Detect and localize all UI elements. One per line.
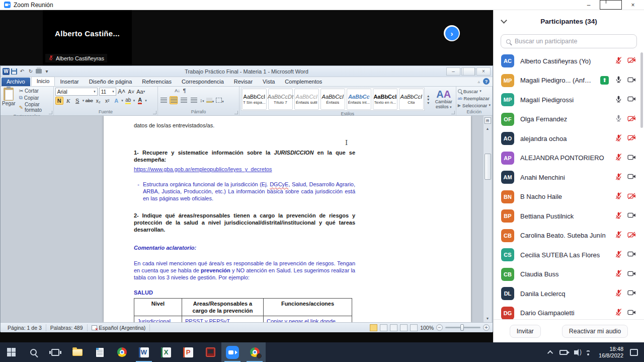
strikethrough-button[interactable]: abe: [85, 97, 93, 105]
paste-button[interactable]: Pegar: [2, 88, 16, 113]
doc-hyperlink[interactable]: https://www.gba.gob.ar/empleopublico/ley…: [134, 166, 355, 173]
invite-button[interactable]: Invitar: [510, 325, 541, 338]
tab-archivo[interactable]: Archivo: [2, 78, 30, 86]
participant-row-anahi-menchini[interactable]: AMAnahi Menchini: [494, 168, 644, 187]
font-color-button[interactable]: A: [136, 97, 144, 105]
ruler-toggle-icon[interactable]: ▤: [485, 117, 491, 124]
word-icon[interactable]: W: [133, 342, 155, 362]
style-chip-enfasis-int[interactable]: AaBbCcÉnfasis int...: [347, 89, 371, 110]
participant-row-alberto-castineyras-yo[interactable]: ACAlberto Castiñeyras (Yo): [494, 51, 644, 71]
web-layout-view-button[interactable]: [390, 324, 397, 331]
draft-view-button[interactable]: [410, 324, 418, 331]
line-spacing-button[interactable]: ↕▾: [200, 98, 204, 103]
pilcrow-button[interactable]: ¶: [183, 88, 186, 94]
participant-row-b-nacho-haile[interactable]: BNB Nacho Haile: [494, 187, 644, 207]
participants-scrollbar[interactable]: [640, 52, 643, 128]
participant-row-bettiana-pustilnick[interactable]: BPBettiana Pustilnick: [494, 206, 644, 226]
participant-row-dario-giampaoletti[interactable]: DGDario Giampaoletti: [494, 304, 644, 320]
style-chip-texto-en-n[interactable]: AaBbCcITexto en n...: [373, 89, 397, 110]
align-right-button[interactable]: [180, 96, 188, 104]
shading-button[interactable]: ▾: [206, 96, 214, 105]
align-left-button[interactable]: [159, 96, 168, 104]
scrollbar-thumb[interactable]: [485, 154, 491, 180]
change-case-button[interactable]: Aa▾: [137, 88, 145, 96]
styles-gallery-arrows[interactable]: ▲▼▼: [426, 93, 431, 106]
scroll-down-icon[interactable]: ▼: [486, 317, 490, 320]
highlight-button[interactable]: ab: [124, 97, 132, 105]
style-chip-cita[interactable]: AaBbCcICita: [399, 89, 424, 110]
superscript-button[interactable]: x²: [103, 97, 111, 105]
zoom-level[interactable]: 100%: [420, 325, 434, 331]
speaker-icon[interactable]: [574, 350, 578, 354]
zoom-out-button[interactable]: −: [436, 324, 443, 331]
panel-collapse-chevron-icon[interactable]: [501, 17, 507, 24]
italic-button[interactable]: K: [64, 97, 72, 105]
justify-button[interactable]: [190, 96, 198, 104]
file-explorer-icon[interactable]: [66, 342, 89, 362]
participant-search[interactable]: [501, 34, 637, 48]
zoom-in-button[interactable]: +: [483, 324, 490, 331]
underline-button[interactable]: S: [73, 97, 82, 105]
search-input[interactable]: [514, 37, 631, 45]
document-app-icon[interactable]: [89, 342, 111, 362]
word-minimize-button[interactable]: –: [446, 67, 460, 76]
tab-complementos[interactable]: Complementos: [280, 78, 327, 86]
select-button[interactable]: ▶Seleccionar▾: [458, 102, 491, 109]
participant-row-alejandra-pontoriero[interactable]: APALEJANDRA PONTORIERO: [494, 149, 644, 168]
language-indicator[interactable]: Español (Argentina): [88, 324, 150, 331]
zoom-app-icon[interactable]: [221, 342, 244, 362]
tab-referencias[interactable]: Referencias: [137, 78, 177, 86]
word-close-button[interactable]: ×: [476, 67, 491, 76]
zoom-slider-thumb[interactable]: [460, 324, 464, 331]
align-center-button[interactable]: [170, 96, 178, 104]
tab-vista[interactable]: Vista: [258, 78, 280, 86]
participant-row-alejandra-ochoa[interactable]: AOalejandra ochoa: [494, 129, 644, 149]
replace-button[interactable]: abReemplazar: [458, 95, 491, 102]
unmute-button[interactable]: Reactivar mi audio: [562, 325, 628, 338]
fullscreen-view-button[interactable]: [380, 324, 387, 331]
close-button[interactable]: ×: [622, 0, 644, 10]
participant-row-magali-piedigro-anfitrion[interactable]: MPMagali Piedigro... (Anfitrión)⬆: [494, 71, 644, 91]
start-button[interactable]: [0, 342, 22, 362]
word-restore-button[interactable]: [461, 67, 475, 76]
minimize-button[interactable]: –: [578, 0, 600, 10]
word-count[interactable]: Palabras: 489: [46, 324, 88, 331]
qat-dropdown-icon[interactable]: ▾: [43, 68, 50, 74]
excel-icon[interactable]: X: [155, 342, 177, 362]
change-styles-button[interactable]: AA Cambiar estilos ▾: [433, 89, 454, 110]
print-layout-view-button[interactable]: [370, 324, 377, 331]
tab-correspondencia[interactable]: Correspondencia: [177, 78, 229, 86]
taskbar-search-icon[interactable]: [22, 342, 44, 362]
chrome-icon[interactable]: [111, 342, 133, 362]
word-vertical-scrollbar[interactable]: ▤ ▲ ▼: [483, 116, 492, 322]
task-view-icon[interactable]: [44, 342, 66, 362]
clipboard-dialog-launcher[interactable]: [49, 111, 52, 114]
sort-button[interactable]: A↓: [175, 88, 180, 93]
next-videos-button[interactable]: ›: [444, 25, 460, 41]
cut-button[interactable]: ✂Cortar: [18, 88, 52, 94]
document-page[interactable]: datos de los/as entrevistados/as. 1- Rec…: [104, 116, 471, 322]
participant-row-carolina-beato-suteba-junin[interactable]: CBCarolina Beato. Suteba Junín: [494, 226, 644, 246]
style-chip-t-sin-espa[interactable]: AaBbCcIT Sin espa...: [242, 89, 267, 110]
scroll-up-icon[interactable]: ▲: [486, 127, 490, 130]
shrink-font-button[interactable]: A˅: [127, 88, 135, 96]
outline-view-button[interactable]: [400, 324, 408, 331]
chrome-profile-icon[interactable]: [244, 342, 266, 362]
tab-revisar[interactable]: Revisar: [229, 78, 258, 86]
action-center-icon[interactable]: [630, 349, 638, 356]
participant-row-danila-leclercq[interactable]: DLDanila Leclercq: [494, 284, 644, 304]
subscript-button[interactable]: x₂: [94, 97, 102, 105]
style-chip-enfasis[interactable]: AaBbCcIÉnfasis: [320, 89, 345, 110]
tray-chevron-up-icon[interactable]: [547, 350, 553, 355]
style-chip-titulo-7[interactable]: AaBbCcDtTítulo 7: [268, 89, 293, 110]
participant-row-olga-fernandez[interactable]: OFOlga Fernandez: [494, 110, 644, 129]
page-indicator[interactable]: Página: 1 de 3: [4, 324, 46, 331]
styles-dialog-launcher[interactable]: [451, 111, 455, 114]
powerpoint-icon[interactable]: P: [177, 342, 199, 362]
style-chip-enfasis-sutil[interactable]: AaBbCcIÉnfasis sutil: [294, 89, 319, 110]
find-button[interactable]: Buscar▾: [458, 88, 491, 95]
bold-button[interactable]: N: [55, 97, 63, 105]
print-icon[interactable]: [36, 69, 42, 74]
participant-row-magali-piedigrossi[interactable]: MPMagalí Piedigrossi: [494, 90, 644, 110]
clock[interactable]: 18:48 16/8/2022: [599, 346, 623, 359]
